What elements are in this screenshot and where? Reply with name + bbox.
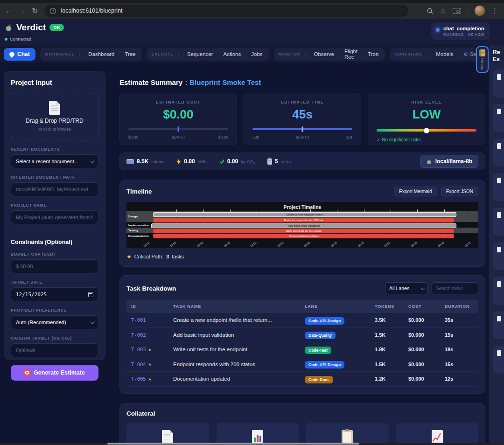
collateral-card-line-chart[interactable]: [396, 423, 479, 445]
gantt-tick-label: 19:00: [196, 241, 204, 248]
gantt-bar-critical[interactable]: Documentation updated: [153, 234, 454, 238]
gantt-tick-label: 19:00: [143, 241, 150, 248]
gantt-tick-label: 19:01: [464, 241, 471, 248]
task-id[interactable]: T-004: [131, 362, 146, 367]
chat-button[interactable]: Chat: [4, 48, 35, 61]
document-icon: [497, 178, 501, 183]
back-icon[interactable]: ←: [6, 7, 13, 15]
time-ci-label: 95% CI: [296, 135, 309, 139]
recent-estimate-item[interactable]: [493, 277, 504, 305]
profile-avatar[interactable]: [475, 6, 485, 16]
gantt-tick-label: 19:00: [170, 241, 177, 248]
recent-estimate-item[interactable]: [493, 173, 504, 201]
budget-cap-input[interactable]: [11, 259, 98, 273]
table-row[interactable]: T-004★ Endpoint responds with 200 status…: [126, 357, 478, 372]
app-title: Verdict: [16, 22, 46, 33]
project-name-input[interactable]: [11, 210, 98, 224]
gantt-tick-label: 19:00: [223, 241, 231, 248]
gantt-tick-label: 19:00: [411, 241, 418, 248]
recent-estimate-item[interactable]: [493, 242, 504, 270]
nav-item-actions[interactable]: Actions: [222, 49, 243, 59]
nav-item-flight-rec[interactable]: Flight Rec: [343, 47, 359, 62]
task-duration: 12s: [440, 376, 478, 382]
carbon-target-input[interactable]: [11, 343, 98, 357]
browser-chrome: ← → ↻ i localhost:6101/blueprint ☆ ⋮: [0, 0, 504, 19]
nav-item-models[interactable]: Models: [434, 49, 455, 59]
gantt-tick-label: 19:00: [250, 241, 258, 248]
nav-item-observe[interactable]: Observe: [312, 49, 336, 59]
panel-title: Project Input: [11, 79, 98, 86]
search-icon[interactable]: [427, 7, 434, 14]
nav-group-label: WORKSPACE: [45, 52, 80, 56]
gear-icon: ⚙: [463, 51, 468, 57]
nav-item-jobs[interactable]: Jobs: [249, 49, 264, 59]
tab-search-icon[interactable]: [453, 8, 461, 14]
timeline-panel: Timeline Export Mermaid Export JSON Proj…: [119, 180, 485, 267]
lane-filter-select[interactable]: All Lanes: [385, 282, 428, 294]
critical-star-icon: ★: [148, 347, 152, 353]
recent-estimates-list: [489, 70, 504, 374]
collateral-card-clipboard[interactable]: [306, 423, 389, 445]
generate-estimate-button[interactable]: Generate Estimate: [11, 365, 98, 381]
task-id[interactable]: T-002: [131, 332, 146, 338]
browser-menu-icon[interactable]: ⋮: [491, 7, 498, 15]
table-row[interactable]: T-001 Create a new endpoint /hello that …: [126, 313, 478, 328]
provider-preference-select[interactable]: Auto (Recommended): [11, 315, 98, 329]
table-row[interactable]: T-002 Add basic input validation Data-Qu…: [126, 328, 478, 343]
task-id[interactable]: T-003: [131, 347, 146, 352]
recent-estimate-item[interactable]: [493, 104, 504, 132]
recent-estimate-item[interactable]: [493, 139, 504, 167]
export-mermaid-button[interactable]: Export Mermaid: [394, 187, 437, 196]
model-badge[interactable]: local/llama-8b: [420, 155, 478, 168]
target-date-input[interactable]: 12/15/2025: [11, 287, 98, 301]
bottom-scroll-strip[interactable]: [107, 443, 359, 445]
task-tokens: 1.5K: [370, 332, 404, 338]
recent-estimate-item[interactable]: [493, 311, 504, 339]
provider-preference-value: Auto (Recommended): [16, 320, 66, 325]
nav-item-tron[interactable]: Tron: [366, 49, 380, 59]
reload-icon[interactable]: ↻: [32, 7, 38, 15]
site-info-icon[interactable]: i: [50, 8, 56, 14]
collateral-card-bar-chart[interactable]: [217, 423, 299, 445]
settings-button[interactable]: ⚙ Settings: [460, 48, 478, 60]
check-icon: ✓: [377, 137, 380, 142]
lane-badge: Data-Quality: [305, 332, 336, 339]
forward-icon[interactable]: →: [19, 7, 26, 15]
collateral-card-document[interactable]: [126, 423, 209, 445]
risk-label: RISK LEVEL: [377, 100, 476, 104]
document-path-input[interactable]: [11, 182, 98, 196]
nav-item-sequencer[interactable]: Sequencer: [185, 49, 215, 59]
bookmark-star-icon[interactable]: ☆: [440, 7, 446, 15]
task-search-input[interactable]: [432, 282, 478, 294]
nav-item-dashboard[interactable]: Dashboard: [86, 49, 116, 59]
gantt-section-documentation: Documentation: [128, 235, 149, 237]
model-name: local/llama-8b: [435, 158, 472, 165]
bar-chart-icon: [252, 430, 263, 444]
file-dropzone[interactable]: Drag & Drop PRD/TRD or click to browse: [11, 92, 98, 140]
recent-documents-select[interactable]: Select a recent document...: [11, 154, 98, 168]
task-id[interactable]: T-005: [131, 376, 146, 382]
url-text[interactable]: localhost:6101/blueprint: [61, 7, 122, 14]
running-job-badge[interactable]: chat_completion RUNNING · 0S AGO: [431, 22, 490, 40]
task-table: ID TASK NAME LANE TOKENS COST DURATION T…: [126, 300, 478, 387]
recent-estimate-item[interactable]: [493, 208, 504, 236]
tokens-stat: 9.5K tokens: [126, 158, 164, 165]
history-tab[interactable]: History: [476, 46, 489, 73]
cost-value: $0.00: [128, 107, 228, 122]
calendar-icon[interactable]: [88, 292, 93, 297]
task-name: Create a new endpoint /hello that return…: [168, 317, 300, 323]
table-row[interactable]: T-003★ Write unit tests for the endpoint…: [126, 342, 478, 357]
task-id[interactable]: T-001: [131, 317, 146, 323]
recent-estimate-item[interactable]: [493, 346, 504, 374]
gantt-bar-critical[interactable]: Write unit tests for the endpo: [153, 229, 454, 233]
address-bar[interactable]: i localhost:6101/blueprint: [44, 5, 408, 17]
table-row[interactable]: T-005★ Documentation updated Code-Docs 1…: [126, 372, 478, 387]
generate-estimate-label: Generate Estimate: [34, 369, 85, 376]
gantt-bar-critical[interactable]: Endpoint responds with 200 sta: [153, 218, 454, 222]
recent-estimate-item[interactable]: [493, 70, 504, 97]
gantt-bar[interactable]: Add basic input validation: [151, 223, 456, 228]
collateral-panel: Collateral: [119, 403, 485, 445]
export-json-button[interactable]: Export JSON: [441, 187, 478, 196]
gantt-bar[interactable]: Create a new endpoint /hello t: [153, 212, 456, 217]
nav-item-tree[interactable]: Tree: [123, 49, 138, 59]
